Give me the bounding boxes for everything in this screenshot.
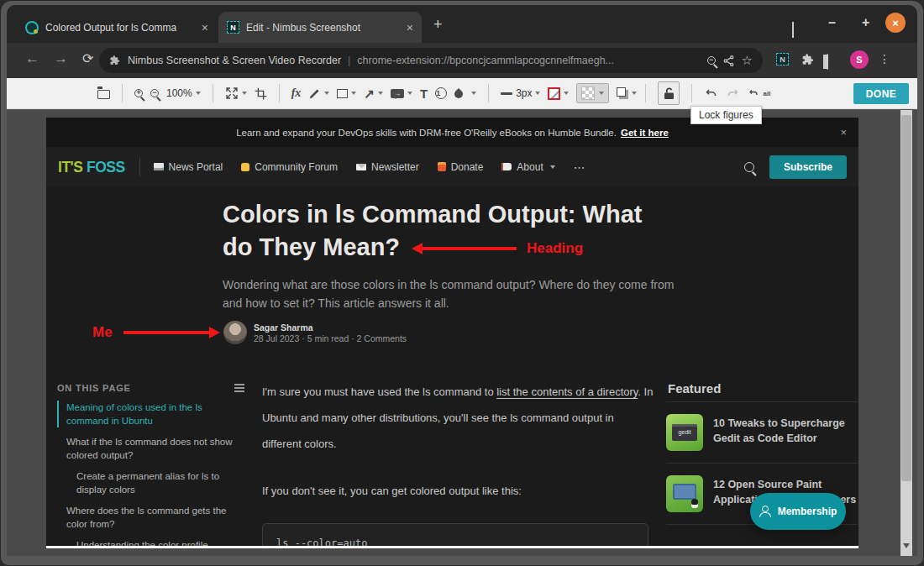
toc-item-sub[interactable]: Understanding the color profile xyxy=(57,538,239,548)
tab-bar: Colored Output for ls Comma × N Edit - N… xyxy=(7,5,917,43)
tab-search-chevron-icon[interactable] xyxy=(792,22,794,37)
envelope-icon xyxy=(356,164,366,170)
undo-all-icon[interactable]: all xyxy=(748,88,770,98)
editor-canvas[interactable]: Learn and expand your DevOps skills with… xyxy=(7,110,917,556)
new-tab-button[interactable]: + xyxy=(433,17,443,32)
forward-icon[interactable]: → xyxy=(54,50,68,67)
lock-figures-button[interactable] xyxy=(658,81,680,105)
tab-title: Colored Output for ls Comma xyxy=(45,22,195,34)
shadow-select[interactable] xyxy=(617,87,637,99)
article-subtitle: Wondering what are those colors in the l… xyxy=(223,275,674,312)
newspaper-icon xyxy=(154,163,164,170)
toc-list: Meaning of colors used in the ls command… xyxy=(57,401,239,548)
scrollbar-track[interactable] xyxy=(900,110,912,556)
redo-icon[interactable] xyxy=(726,87,740,100)
extension-puzzle-icon xyxy=(109,55,121,66)
url-separator: | xyxy=(348,55,350,66)
banner-close-icon[interactable]: × xyxy=(840,126,847,139)
zoom-in-icon[interactable]: + xyxy=(134,89,143,97)
text-tool[interactable]: T xyxy=(420,87,428,100)
itsfoss-favicon-icon xyxy=(25,21,39,34)
chevron-down-icon xyxy=(550,165,555,169)
nav-item-news-portal[interactable]: News Portal xyxy=(154,161,223,173)
crop-icon[interactable] xyxy=(255,87,267,100)
tab-title: Edit - Nimbus Screenshot xyxy=(246,22,400,34)
gedit-thumbnail: gedit xyxy=(666,414,703,451)
tab-close-icon[interactable]: × xyxy=(407,22,413,34)
done-button[interactable]: DONE xyxy=(853,83,909,104)
waving-hand-icon xyxy=(241,163,249,171)
nav-item-newsletter[interactable]: Newsletter xyxy=(356,161,419,173)
maximize-button[interactable]: + xyxy=(862,15,869,30)
undo-icon[interactable] xyxy=(704,87,718,100)
inline-link[interactable]: list the contents of a directory xyxy=(496,385,638,398)
tab-nimbus-edit[interactable]: N Edit - Nimbus Screenshot × xyxy=(218,12,422,43)
paint-apps-thumbnail xyxy=(666,475,703,512)
subscribe-button[interactable]: Subscribe xyxy=(769,155,847,179)
stroke-width-select[interactable]: 3px xyxy=(501,87,540,99)
author-avatar[interactable] xyxy=(223,321,247,344)
browser-menu-icon[interactable]: ⋮ xyxy=(879,52,890,66)
screenshot-image[interactable]: Learn and expand your DevOps skills with… xyxy=(46,118,858,548)
itsfoss-logo[interactable]: IT'S FOSS xyxy=(58,158,125,176)
browser-window: Colored Output for ls Comma × N Edit - N… xyxy=(0,0,924,566)
counter-tool[interactable]: 1 xyxy=(435,87,447,99)
arrow-tool[interactable]: ↗ xyxy=(364,87,383,100)
extensions-puzzle-icon[interactable] xyxy=(801,53,815,66)
rectangle-tool[interactable] xyxy=(337,89,356,98)
book-icon xyxy=(501,163,512,170)
zoom-level-select[interactable]: 100% xyxy=(166,87,201,99)
promo-text: Learn and expand your DevOps skills with… xyxy=(236,128,617,138)
tab-itsfoss-article[interactable]: Colored Output for ls Comma × xyxy=(17,13,217,42)
window-close-button[interactable]: × xyxy=(885,13,906,33)
side-panel-icon[interactable] xyxy=(827,54,828,70)
toc-menu-icon[interactable] xyxy=(234,384,244,392)
featured-title: Featured xyxy=(668,381,721,396)
bookmark-star-icon[interactable]: ☆ xyxy=(742,53,753,68)
back-icon[interactable]: ← xyxy=(25,50,39,67)
minimize-button[interactable]: – xyxy=(828,15,836,30)
paragraph: If you don't see it, you can get colored… xyxy=(262,478,659,504)
lock-figures-tooltip: Lock figures xyxy=(690,106,762,124)
blur-tool[interactable] xyxy=(454,88,476,98)
annotation-me-label: Me xyxy=(92,324,113,341)
author-name[interactable]: Sagar Sharma xyxy=(254,322,313,333)
zoom-out-icon[interactable]: − xyxy=(150,89,159,97)
nimbus-extension-icon[interactable]: N xyxy=(776,53,789,66)
code-block: ls --color=auto xyxy=(262,523,648,548)
nav-item-community-forum[interactable]: Community Forum xyxy=(241,161,338,173)
callout-tool[interactable]: → xyxy=(391,89,412,98)
reload-icon[interactable]: ⟳ xyxy=(82,50,93,66)
scrollbar-thumb[interactable] xyxy=(901,115,911,481)
zoom-page-icon[interactable]: − xyxy=(707,56,716,65)
toc-title: ON THIS PAGE xyxy=(57,383,131,393)
scrollbar-down-arrow[interactable] xyxy=(903,543,910,548)
nav-divider xyxy=(139,158,140,176)
resize-canvas-icon[interactable] xyxy=(225,86,247,100)
toc-item-sub[interactable]: Create a permanent alias for ls to displ… xyxy=(57,469,239,496)
annotation-arrow-line xyxy=(123,331,209,334)
nav-item-donate[interactable]: Donate xyxy=(438,161,484,173)
toc-item[interactable]: Where does the ls command gets the color… xyxy=(57,504,239,531)
share-icon[interactable] xyxy=(722,55,735,67)
omnibox[interactable]: Nimbus Screenshot & Screen Video Recorde… xyxy=(99,48,763,73)
membership-button[interactable]: Membership xyxy=(750,493,846,530)
featured-card[interactable]: gedit 10 Tweaks to Supercharge Gedit as … xyxy=(666,402,858,464)
article-body: I'm sure you must have used the ls comma… xyxy=(262,379,659,548)
effects-tool[interactable]: fx xyxy=(291,86,302,100)
fill-color-select[interactable] xyxy=(576,83,609,103)
pencil-tool[interactable] xyxy=(308,87,329,100)
nav-item-about[interactable]: About xyxy=(501,161,554,173)
toc-item-active[interactable]: Meaning of colors used in the ls command… xyxy=(57,401,239,427)
paragraph: I'm sure you must have used the ls comma… xyxy=(262,379,659,457)
toc-item[interactable]: What if the ls command does not show col… xyxy=(57,435,239,462)
extension-name: Nimbus Screenshot & Screen Video Recorde… xyxy=(128,55,341,66)
stroke-color-select[interactable] xyxy=(548,87,569,100)
pages-icon[interactable] xyxy=(97,87,110,99)
nav-item-more[interactable]: ⋯ xyxy=(574,160,585,174)
annotation-arrow-line xyxy=(422,247,517,250)
search-icon[interactable] xyxy=(744,162,754,172)
profile-avatar[interactable]: S xyxy=(850,50,869,69)
promo-link[interactable]: Get it here xyxy=(621,128,669,138)
tab-close-icon[interactable]: × xyxy=(202,22,208,34)
